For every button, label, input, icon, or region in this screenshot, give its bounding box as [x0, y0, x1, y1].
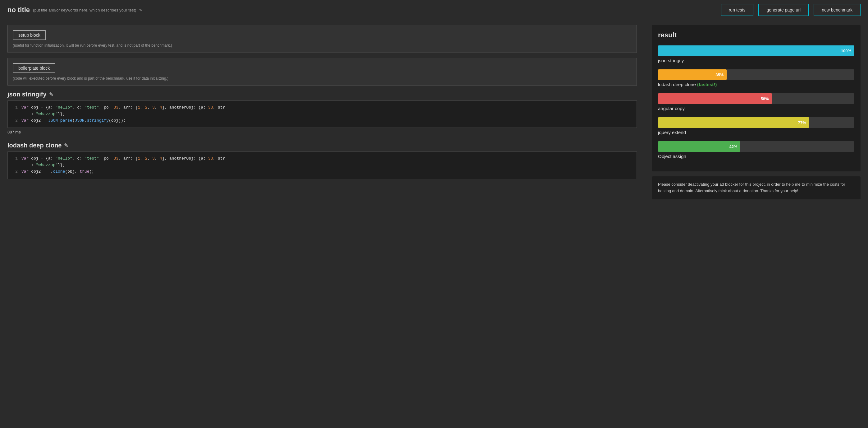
code-block-json-stringify[interactable]: 1 var obj = {a: "hello", c: "test", po: … [7, 101, 637, 128]
code-line: 1 var obj = {a: "hello", c: "test", po: … [11, 105, 633, 111]
ad-notice: Please consider deactivating your ad blo… [652, 176, 861, 199]
bar-percent-label: 35% [715, 73, 723, 77]
bar-percent-label: 42% [729, 144, 737, 149]
test-title-json-stringify: json stringify ✎ [7, 91, 637, 98]
test-edit-icon-json-stringify[interactable]: ✎ [49, 91, 53, 97]
timing-json-stringify: 887 ms [7, 130, 637, 134]
code-line: : "whazzup"}}; [11, 111, 633, 118]
run-tests-button[interactable]: run tests [721, 4, 754, 16]
result-title: result [658, 31, 854, 39]
bar-percent-label: 77% [798, 120, 806, 125]
benchmark-items: 100%json stringify35%lodash deep clone (… [658, 46, 854, 159]
code-text: var obj2 = _.clone(obj, true); [22, 169, 94, 175]
setup-block-container: setup block (useful for function initial… [7, 25, 637, 53]
title-edit-icon[interactable]: ✎ [139, 7, 142, 13]
benchmark-item: 58%angular copy [658, 93, 854, 111]
bar-container: 100% [658, 46, 854, 56]
bar-container: 58% [658, 93, 854, 104]
line-num: 1 [11, 105, 18, 111]
benchmark-name: angular copy [658, 106, 854, 111]
boilerplate-block-container: boilerplate block (code will executed be… [7, 58, 637, 86]
line-num: 2 [11, 169, 18, 175]
code-line: 2 var obj2 = _.clone(obj, true); [11, 169, 633, 175]
result-panel: result 100%json stringify35%lodash deep … [652, 25, 861, 171]
bar-container: 77% [658, 117, 854, 128]
top-buttons: run tests generate page url new benchmar… [721, 4, 861, 16]
page-title[interactable]: no title [7, 6, 30, 14]
benchmark-item: 35%lodash deep clone (fastest!) [658, 69, 854, 87]
benchmark-name: json stringify [658, 58, 854, 63]
right-panel: result 100%json stringify35%lodash deep … [644, 20, 868, 428]
bar-percent-label: 100% [841, 49, 851, 53]
benchmark-item: 77%jquery extend [658, 117, 854, 135]
line-num: 2 [11, 118, 18, 124]
code-line: : "whazzup"}}; [11, 162, 633, 169]
code-line: 2 var obj2 = JSON.parse(JSON.stringify(o… [11, 118, 633, 124]
code-text: var obj2 = JSON.parse(JSON.stringify(obj… [22, 118, 126, 124]
bar-fill: 35% [658, 69, 727, 80]
benchmark-name: Object.assign [658, 154, 854, 159]
bar-container: 42% [658, 141, 854, 152]
bar-fill: 42% [658, 141, 740, 152]
top-bar: no title (put title and/or keywords here… [0, 0, 868, 20]
boilerplate-block-button[interactable]: boilerplate block [13, 63, 55, 73]
test-json-stringify: json stringify ✎ 1 var obj = {a: "hello"… [7, 91, 637, 134]
left-panel: setup block (useful for function initial… [0, 20, 644, 428]
code-line: 1 var obj = {a: "hello", c: "test", po: … [11, 155, 633, 162]
bar-container: 35% [658, 69, 854, 80]
line-num [11, 162, 18, 169]
code-text: var obj = {a: "hello", c: "test", po: 33… [22, 155, 225, 162]
title-area: no title (put title and/or keywords here… [7, 6, 142, 14]
title-hint: (put title and/or keywords here, which d… [33, 8, 136, 12]
line-num [11, 111, 18, 118]
code-block-lodash[interactable]: 1 var obj = {a: "hello", c: "test", po: … [7, 151, 637, 179]
test-title-lodash-deep-clone: lodash deep clone ✎ [7, 142, 637, 149]
test-edit-icon-lodash[interactable]: ✎ [64, 142, 68, 148]
boilerplate-block-hint: (code will executed before every block a… [13, 76, 631, 81]
line-num: 1 [11, 155, 18, 162]
code-text: : "whazzup"}}; [22, 111, 65, 118]
code-text: var obj = {a: "hello", c: "test", po: 33… [22, 105, 225, 111]
setup-block-hint: (useful for function initialization. it … [13, 43, 631, 48]
bar-percent-label: 58% [761, 96, 769, 101]
bar-fill: 100% [658, 46, 854, 56]
fastest-label: (fastest!) [697, 82, 717, 87]
new-benchmark-button[interactable]: new benchmark [814, 4, 861, 16]
benchmark-name: lodash deep clone (fastest!) [658, 82, 854, 87]
code-text: : "whazzup"}}; [22, 162, 65, 169]
benchmark-name: jquery extend [658, 130, 854, 135]
bar-fill: 58% [658, 93, 772, 104]
benchmark-item: 100%json stringify [658, 46, 854, 63]
main-content: setup block (useful for function initial… [0, 20, 868, 428]
generate-url-button[interactable]: generate page url [758, 4, 809, 16]
test-name-lodash-deep-clone: lodash deep clone [7, 142, 62, 149]
test-name-json-stringify: json stringify [7, 91, 46, 98]
setup-block-button[interactable]: setup block [13, 30, 46, 40]
benchmark-item: 42%Object.assign [658, 141, 854, 159]
test-lodash-deep-clone: lodash deep clone ✎ 1 var obj = {a: "hel… [7, 142, 637, 179]
bar-fill: 77% [658, 117, 809, 128]
